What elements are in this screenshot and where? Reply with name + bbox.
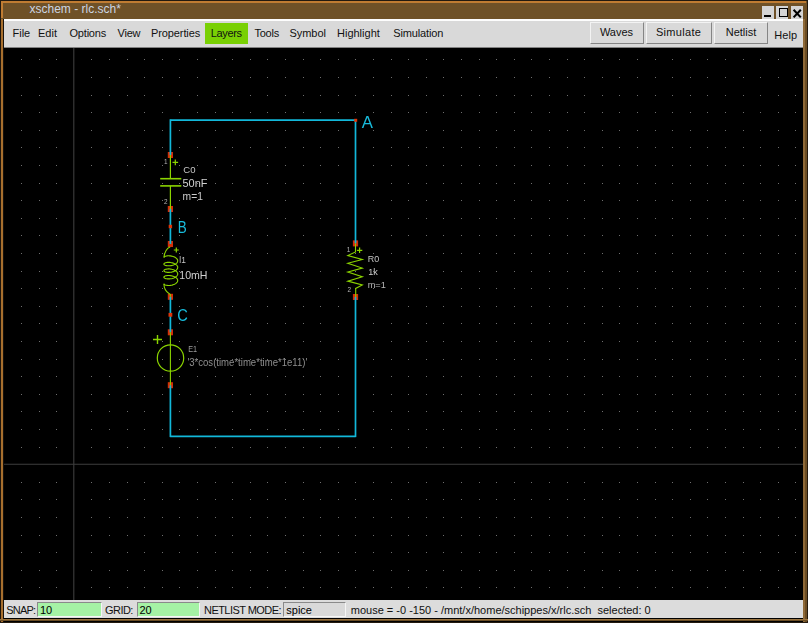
svg-text:R0: R0 xyxy=(368,254,380,264)
svg-text:1: 1 xyxy=(164,158,168,165)
svg-text:C: C xyxy=(177,306,188,324)
svg-text:m=1: m=1 xyxy=(368,280,387,290)
svg-text:'3*cos(time*time*time*1e11)': '3*cos(time*time*time*1e11)' xyxy=(187,356,307,368)
svg-text:C0: C0 xyxy=(183,165,195,175)
svg-text:m=1: m=1 xyxy=(183,190,203,202)
svg-text:B: B xyxy=(178,218,187,237)
svg-text:2: 2 xyxy=(164,198,168,205)
svg-text:A: A xyxy=(362,112,374,132)
svg-text:1k: 1k xyxy=(368,267,378,277)
svg-text:l1: l1 xyxy=(179,255,186,265)
svg-text:1: 1 xyxy=(347,246,351,253)
svg-text:10mH: 10mH xyxy=(179,269,207,281)
svg-text:E1: E1 xyxy=(188,344,197,354)
svg-text:50nF: 50nF xyxy=(183,177,208,189)
svg-text:2: 2 xyxy=(347,286,351,293)
